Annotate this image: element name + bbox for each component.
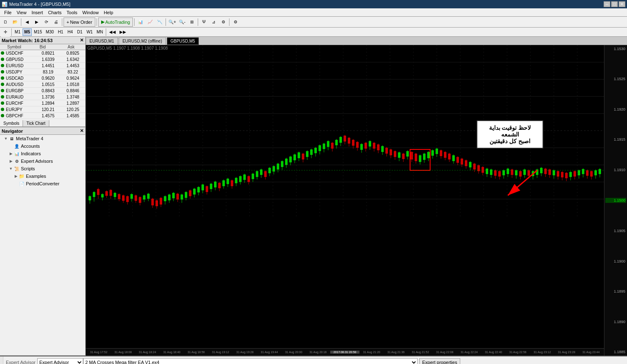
price-label-1905: 1.1905 [605,229,626,233]
period-m30[interactable]: M30 [44,28,55,36]
nav-period-converter[interactable]: 📄 PeriodConverter [0,180,85,187]
print-button[interactable]: 🖨 [51,18,61,27]
period-h1[interactable]: H1 [56,28,65,36]
indicator2-button[interactable]: ⊿ [209,18,218,27]
zoom-out-button[interactable]: 🔍- [178,18,187,27]
svg-rect-255 [553,170,555,175]
nav-expert-advisors[interactable]: ▶ ⚙ Expert Advisors [0,157,85,165]
new-chart-button[interactable]: 🗋 [1,18,10,27]
nav-examples[interactable]: ▶ 📁 Examples [0,172,85,180]
line-chart-icon[interactable]: 📈 [145,18,155,27]
close-button[interactable]: ✕ [619,1,625,7]
period-m15[interactable]: M15 [32,28,43,36]
period-m1[interactable]: M1 [13,28,22,36]
period-mn[interactable]: MN [95,28,105,36]
row-ask: 1.3748 [61,95,85,99]
svg-rect-110 [252,174,254,179]
expert-properties-button[interactable]: Expert properties [419,358,460,364]
ea-button[interactable]: ⚙ [219,18,228,27]
settings-button[interactable]: ⚙ [231,18,240,27]
title-bar-controls[interactable]: ─ □ ✕ [604,1,625,7]
forward-button[interactable]: ▶ [32,18,41,27]
market-watch-row[interactable]: GBPUSD 1.6339 1.6342 [0,56,85,63]
market-watch-row[interactable]: USDJPY 83.19 83.22 [0,69,85,75]
maximize-button[interactable]: □ [611,1,618,7]
row-symbol: USDCHF [5,51,36,56]
time-label-16: 31 Aug 22:24 [457,351,481,354]
market-watch-row[interactable]: AUDUSD 1.0515 1.0518 [0,81,85,88]
auto-trading-button[interactable]: ▶ AutoTrading [98,18,133,27]
svg-rect-72 [172,193,175,198]
market-watch-row[interactable]: EURJPY 120.21 120.25 [0,106,85,113]
svg-rect-106 [243,174,246,180]
nav-indicators[interactable]: ▶ 📊 Indicators [0,150,85,157]
time-label-2: 31 Aug 18:08 [111,351,135,354]
period-m5[interactable]: M5 [23,28,32,36]
chart-bar-icon[interactable]: 📊 [136,18,145,27]
svg-rect-207 [452,155,455,161]
menu-tools[interactable]: Tools [64,9,80,16]
svg-rect-221 [482,167,484,173]
chart-tab-eurusd-m1[interactable]: EURUSD,M1 [86,37,118,45]
market-watch-close-icon[interactable]: ✕ [80,38,84,43]
nav-scripts[interactable]: ▼ 📜 Scripts [0,165,85,172]
svg-rect-160 [356,142,359,148]
nav-accounts[interactable]: 👤 Accounts [0,142,85,150]
grid-button[interactable]: ⊞ [187,18,196,27]
chart-container: GBPUSD,M5 1.1907 1.1908 1.1907 1.1908 [86,45,627,356]
scroll-right-button[interactable]: ▶▶ [118,28,128,36]
tester-side-tab: T [0,356,3,364]
svg-rect-179 [394,151,396,157]
tab-tick-chart[interactable]: Tick Chart [23,120,49,126]
market-watch-row[interactable]: EURCHF 1.2894 1.2897 [0,100,85,106]
period-d1[interactable]: D1 [75,28,84,36]
period-h4[interactable]: H4 [66,28,75,36]
svg-rect-271 [586,170,589,176]
period-w1[interactable]: W1 [85,28,94,36]
menu-charts[interactable]: Charts [46,9,64,16]
market-watch-row[interactable]: EURGBP 0.8843 0.8846 [0,88,85,94]
svg-rect-34 [93,192,95,197]
menu-view[interactable]: View [14,9,29,16]
ea-name-dropdown[interactable]: 2 MA Crosses Mega filter EA V1.ex4 [83,358,418,364]
menu-file[interactable]: File [2,9,14,16]
ea-type-dropdown[interactable]: Expert Advisor [37,358,83,364]
svg-rect-84 [197,187,200,192]
minimize-button[interactable]: ─ [604,1,610,7]
chart-tab-eurusd-m2[interactable]: EURUSD,M2 (offline) [119,37,166,45]
tab-symbols[interactable]: Symbols [0,120,23,126]
navigator-close-icon[interactable]: ✕ [80,128,84,134]
expand-icon: ▼ [3,136,8,141]
menu-insert[interactable]: Insert [29,9,46,16]
time-label-14: 31 Aug 21:52 [408,351,433,354]
market-dot [1,58,4,61]
market-watch-row[interactable]: EURAUD 1.3736 1.3748 [0,94,85,100]
zoom-in-button[interactable]: 🔍+ [167,18,177,27]
crosshair-button[interactable]: ✛ [1,28,10,37]
expand-accounts-icon [8,144,13,149]
market-watch-row[interactable]: EURUSD 1.4451 1.4453 [0,63,85,69]
scroll-left-button[interactable]: ◀◀ [107,28,117,36]
row-ask: 0.8925 [61,51,85,56]
nav-metatrader4[interactable]: ▼ 🖥 MetaTrader 4 [0,135,85,142]
new-order-button[interactable]: + New Order [64,18,95,27]
market-watch-row[interactable]: GBPCHF 1.4575 1.4585 [0,113,85,119]
svg-rect-259 [561,172,563,177]
open-button[interactable]: 📂 [10,18,20,27]
market-dot [1,76,4,80]
market-watch-row[interactable]: USDCHF 0.8921 0.8925 [0,50,85,56]
row-ask: 1.0518 [61,82,85,87]
market-watch-header: Market Watch: 16:24:53 ✕ [0,37,85,44]
menu-window[interactable]: Window [80,9,101,16]
chart-tab-gbpusd-m5[interactable]: GBPUSD,M5 [167,37,199,45]
menu-help[interactable]: Help [101,9,116,16]
refresh-button[interactable]: ⟳ [42,18,51,27]
candle-chart-icon[interactable]: 📉 [155,18,164,27]
indicator-button[interactable]: Ψ [199,18,209,27]
time-label-13: 31 Aug 21:36 [384,351,408,354]
market-watch-row[interactable]: USDCAD 0.9620 0.9624 [0,75,85,81]
svg-rect-211 [461,159,463,164]
back-button[interactable]: ◀ [23,18,32,27]
nav-label-accounts: Accounts [21,144,40,149]
row-symbol: EURGBP [5,88,36,93]
